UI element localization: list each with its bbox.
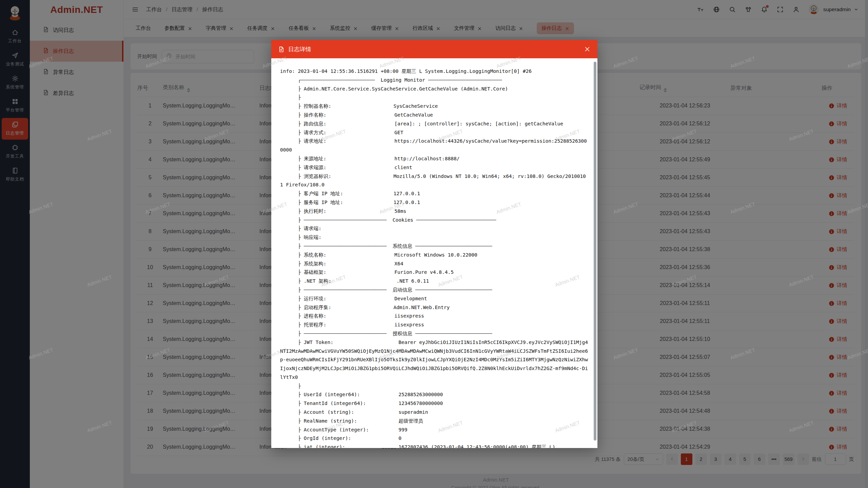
modal-scrollbar-thumb[interactable] — [594, 62, 596, 441]
document-icon — [278, 46, 284, 53]
app-root: 工作台业务测试系统管理平台管理日志管理开发工具帮助文档 Admin.NET 访问… — [0, 0, 868, 488]
modal-header: 日志详情 — [271, 40, 597, 58]
log-text: info: 2023-01-04 12:55:36.1516291 +08:00… — [280, 67, 588, 448]
modal-body: info: 2023-01-04 12:55:36.1516291 +08:00… — [271, 58, 597, 448]
close-icon[interactable] — [584, 46, 591, 53]
modal-title: 日志详情 — [288, 45, 311, 53]
log-detail-modal: 日志详情 info: 2023-01-04 12:55:36.1516291 +… — [271, 40, 597, 448]
